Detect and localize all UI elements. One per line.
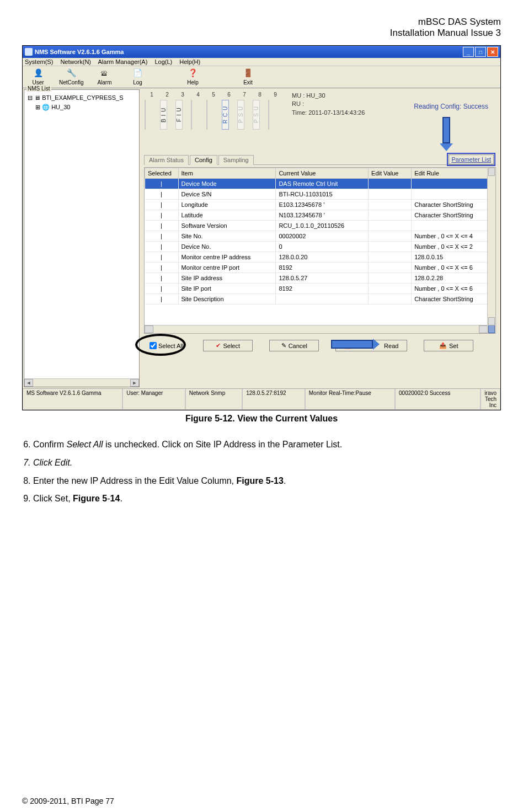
minimize-button[interactable]: _ xyxy=(463,47,474,57)
check-icon: ✔ xyxy=(216,342,221,349)
toolbar-alarm[interactable]: 🛎Alarm xyxy=(92,67,116,86)
slot-2[interactable]: 2B I U xyxy=(159,92,175,130)
select-all-label: Select All xyxy=(158,343,183,349)
tab-alarm-status[interactable]: Alarm Status xyxy=(144,155,189,165)
annotation-arrow-down xyxy=(441,117,452,151)
slot-1[interactable]: 1 xyxy=(144,92,159,130)
menu-system[interactable]: System(S) xyxy=(25,58,53,65)
select-all-checkbox[interactable]: Select All xyxy=(144,339,186,352)
slot-4[interactable]: 4 xyxy=(190,92,206,130)
table-row[interactable]: |Monitor centre IP port8192Number , 0 <=… xyxy=(145,263,495,273)
tree-child[interactable]: ⊞ 🌐 HU_30 xyxy=(28,103,136,112)
step-7: Click Edit. xyxy=(33,455,501,471)
step-8: Enter the new IP Address in the Edit Val… xyxy=(33,473,501,489)
select-all-input[interactable] xyxy=(150,342,157,349)
select-button[interactable]: ✔ Select xyxy=(203,340,253,351)
status-addr: 128.0.5.27:8192 xyxy=(242,389,305,410)
nms-list-title: NMS List xyxy=(26,86,51,92)
status-monitor: Monitor Real-Time:Pause xyxy=(305,389,395,410)
slot-8[interactable]: 8P S U xyxy=(252,92,268,130)
tab-config[interactable]: Config xyxy=(190,155,217,165)
status-success: 00020002:0 Success xyxy=(395,389,481,410)
tabs-row: Alarm Status Config Sampling xyxy=(144,154,496,165)
toolbar-user[interactable]: 👤User xyxy=(26,67,50,86)
table-row[interactable]: |Device S/NBTI-RCU-11031015 xyxy=(145,189,495,200)
slot-9[interactable]: 9 xyxy=(268,92,283,130)
statusbar: MS Software V2.6.1.6 Gamma User: Manager… xyxy=(23,388,500,410)
toolbar-netconfig[interactable]: 🔧NetConfig xyxy=(59,67,83,86)
help-icon: ❓ xyxy=(187,67,198,78)
tree-child-label: HU_30 xyxy=(51,104,70,110)
table-row[interactable]: |Site DescriptionCharacter ShortString xyxy=(145,294,495,304)
nms-list-panel: NMS List ⊟ 🖥 BTI_EXAMPLE_CYPRESS_S ⊞ 🌐 H… xyxy=(24,89,140,387)
col-current-value[interactable]: Current Value xyxy=(276,168,369,179)
col-edit-rule[interactable]: Edit Rule xyxy=(412,168,495,179)
scroll-right-icon[interactable]: ► xyxy=(130,379,139,387)
table-row[interactable]: |Monitor centre IP address128.0.0.20128.… xyxy=(145,252,495,263)
maximize-button[interactable]: □ xyxy=(475,47,486,57)
window-title: NMS Software V2.6.1.6 Gamma xyxy=(35,49,124,55)
col-item[interactable]: Item xyxy=(178,168,276,179)
table-row[interactable]: |Software VersionRCU_1.0.1.0_20110526 xyxy=(145,221,495,231)
steps-list: Confirm Select All is unchecked. Click o… xyxy=(22,437,501,507)
col-edit-value[interactable]: Edit Value xyxy=(369,168,412,179)
set-icon: 📤 xyxy=(439,342,447,349)
slot-5[interactable]: 5 xyxy=(206,92,221,130)
menubar: System(S) Network(N) Alarm Manager(A) Lo… xyxy=(23,58,500,66)
hscroll-right-icon[interactable] xyxy=(479,325,488,333)
window-controls: _ □ ✕ xyxy=(463,47,498,57)
doc-header-line1: mBSC DAS System xyxy=(22,17,501,28)
info-block: MU : HU_30 RU : Time: 2011-07-13/14:43:2… xyxy=(292,92,365,117)
cancel-button[interactable]: ✎ Cancel xyxy=(269,340,319,351)
log-icon: 📄 xyxy=(132,67,143,78)
parameter-table: SelectedItemCurrent ValueEdit ValueEdit … xyxy=(144,167,496,334)
info-mu: MU : HU_30 xyxy=(292,92,365,100)
table-row[interactable]: |Site No.00020002Number , 0 <= X <= 4 xyxy=(145,231,495,242)
read-label: Read xyxy=(384,343,398,349)
table-row[interactable]: |Site IP address128.0.5.27128.0.2.28 xyxy=(145,273,495,284)
menu-log[interactable]: Log(L) xyxy=(154,58,172,65)
hscroll-left-icon[interactable] xyxy=(145,325,153,333)
tab-sampling[interactable]: Sampling xyxy=(218,155,254,165)
scroll-left-icon[interactable]: ◄ xyxy=(24,379,33,387)
slot-6[interactable]: 6R C U xyxy=(221,92,237,130)
close-button[interactable]: ✕ xyxy=(487,47,498,57)
table-hscrollbar[interactable] xyxy=(145,325,488,333)
table-row[interactable]: |LongitudeE103.12345678 'Character Short… xyxy=(145,200,495,210)
menu-network[interactable]: Network(N) xyxy=(60,58,91,65)
table-row[interactable]: |Site IP port8192Number , 0 <= X <= 6 xyxy=(145,284,495,294)
table-row[interactable]: |LatitudeN103.12345678 'Character ShortS… xyxy=(145,210,495,221)
toolbar-log[interactable]: 📄Log xyxy=(125,67,150,86)
toolbar-exit[interactable]: 🚪Exit xyxy=(236,67,260,86)
alarm-icon: 🛎 xyxy=(99,67,110,78)
cancel-label: Cancel xyxy=(289,343,307,349)
tree-root[interactable]: ⊟ 🖥 BTI_EXAMPLE_CYPRESS_S xyxy=(28,93,136,103)
set-button[interactable]: 📤 Set xyxy=(424,340,473,351)
toolbar: 👤User🔧NetConfig🛎Alarm📄Log❓Help🚪Exit xyxy=(23,66,500,88)
menu-help[interactable]: Help(H) xyxy=(179,58,200,65)
table-row[interactable]: |Device No.0Number , 0 <= X <= 2 xyxy=(145,242,495,252)
tree-root-label: BTI_EXAMPLE_CYPRESS_S xyxy=(42,94,123,101)
slot-7[interactable]: 7P S U xyxy=(237,92,252,130)
slot-3[interactable]: 3F I U xyxy=(175,92,190,130)
right-pane: 12B I U3F I U456R C U7P S U8P S U9 MU : … xyxy=(141,89,499,387)
parameter-list-button[interactable]: Parameter List xyxy=(449,154,494,164)
table-row[interactable]: |Device ModeDAS Remote Ctrl Unit xyxy=(145,179,495,189)
set-label: Set xyxy=(449,343,458,349)
table-vscrollbar[interactable] xyxy=(487,168,495,333)
menu-alarm[interactable]: Alarm Manager(A) xyxy=(98,58,147,65)
exit-icon: 🚪 xyxy=(242,67,253,78)
main-area: NMS List ⊟ 🖥 BTI_EXAMPLE_CYPRESS_S ⊞ 🌐 H… xyxy=(23,88,500,388)
col-selected[interactable]: Selected xyxy=(145,168,179,179)
toolbar-help[interactable]: ❓Help xyxy=(180,67,205,86)
reading-status: Reading Config: Success xyxy=(414,103,488,110)
app-icon xyxy=(25,48,33,56)
cancel-icon: ✎ xyxy=(281,342,286,349)
tree-scrollbar[interactable]: ◄ ► xyxy=(24,378,139,387)
user-icon: 👤 xyxy=(33,67,44,78)
info-ru: RU : xyxy=(292,100,365,108)
nms-tree[interactable]: ⊟ 🖥 BTI_EXAMPLE_CYPRESS_S ⊞ 🌐 HU_30 xyxy=(24,90,139,115)
page-footer: © 2009‐2011, BTI Page 77 xyxy=(22,797,114,805)
info-time: Time: 2011-07-13/14:43:26 xyxy=(292,109,365,117)
titlebar: NMS Software V2.6.1.6 Gamma _ □ ✕ xyxy=(23,46,500,58)
